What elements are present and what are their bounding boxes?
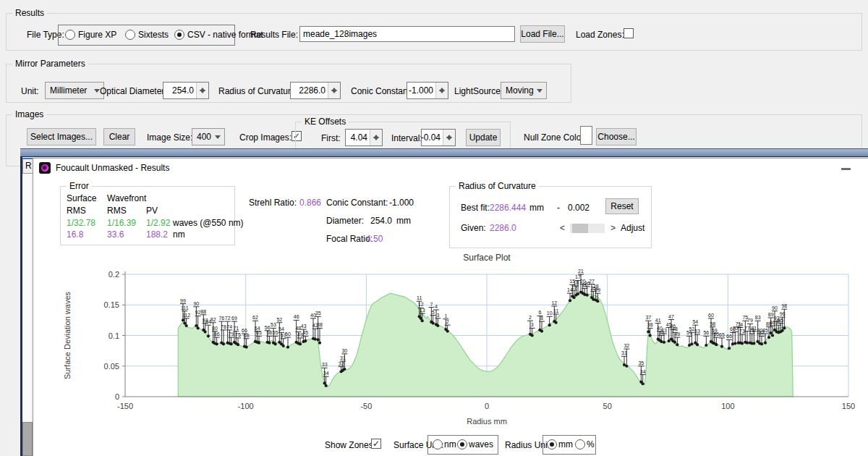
error-group: Error Surface Wavefront RMS RMS PV 1/32.… xyxy=(60,186,235,245)
unit-select[interactable]: Millimeter xyxy=(45,82,104,99)
svg-text:38: 38 xyxy=(647,322,653,327)
conic-constant-spinner[interactable]: -1.000 xyxy=(407,82,448,99)
svg-text:54: 54 xyxy=(692,319,698,324)
svg-text:111: 111 xyxy=(181,305,189,311)
adjust-label: Adjust xyxy=(621,223,644,233)
slider-left-arrow[interactable]: < xyxy=(560,223,565,233)
svg-text:11: 11 xyxy=(553,308,558,313)
wavefront-col-header: Wavefront xyxy=(107,193,146,203)
svg-text:74: 74 xyxy=(737,322,743,327)
slider-right-arrow[interactable]: > xyxy=(610,223,616,233)
update-button[interactable]: Update xyxy=(466,129,501,146)
svg-text:13: 13 xyxy=(420,308,425,313)
radio-radius-percent[interactable] xyxy=(575,439,585,449)
radio-surface-waves[interactable] xyxy=(457,439,467,449)
svg-text:29: 29 xyxy=(595,287,600,292)
first-spinner[interactable]: 4.04 xyxy=(345,129,383,146)
background-window-tab[interactable]: R xyxy=(22,158,33,174)
results-file-label: Results File: xyxy=(250,30,298,40)
radio-surface-waves-label[interactable]: waves xyxy=(469,439,493,449)
radius-of-curvature-spinner[interactable]: 2286.0 xyxy=(290,82,341,99)
waves-unit-label: waves (@550 nm) xyxy=(173,218,244,228)
svg-text:56: 56 xyxy=(265,325,271,330)
svg-text:35: 35 xyxy=(638,360,644,366)
window-title: Foucault Unmasked - Results xyxy=(56,163,169,173)
background-window-left-edge xyxy=(20,156,22,456)
radio-radius-mm[interactable] xyxy=(547,439,557,449)
svg-text:31: 31 xyxy=(340,355,346,360)
surface-unit-radio-group: nm waves xyxy=(427,435,498,455)
foucault-results-window: Foucault Unmasked - Results Error Surfac… xyxy=(33,158,868,456)
svg-text:58: 58 xyxy=(710,321,715,326)
show-zones-checkbox[interactable] xyxy=(371,439,381,449)
results-group: Results File Type: Figure XP Sixtests CS… xyxy=(6,13,862,51)
spinner-buttons[interactable] xyxy=(443,130,455,145)
svg-text:34: 34 xyxy=(640,369,646,374)
radio-figure-xp-label[interactable]: Figure XP xyxy=(78,30,116,40)
svg-text:6: 6 xyxy=(538,310,541,315)
surface-plot-svg: 00.050.10.150.2-150-100-5005010015099111… xyxy=(37,250,861,433)
delta-separator: - xyxy=(557,203,560,213)
svg-text:12: 12 xyxy=(551,300,557,305)
surface-rms-nm: 16.8 xyxy=(67,229,83,240)
light-source-label: LightSource: xyxy=(454,86,503,96)
roc-group-title: Radius of Curvature xyxy=(456,181,539,191)
interval-spinner[interactable]: -0.04 xyxy=(421,129,456,146)
conic-constant-label: Conic Constant: xyxy=(351,86,412,96)
minimize-icon[interactable] xyxy=(841,168,851,170)
best-fit-label: Best fit: xyxy=(461,203,490,213)
radio-radius-percent-label[interactable]: % xyxy=(587,439,595,449)
optical-diameter-spinner[interactable]: 254.0 xyxy=(163,82,209,99)
svg-text:34: 34 xyxy=(323,371,329,376)
strehl-ratio-value: 0.866 xyxy=(299,198,321,208)
wavefront-rms-waves: 1/16.39 xyxy=(107,218,136,228)
svg-text:8: 8 xyxy=(540,316,543,321)
given-label: Given: xyxy=(461,223,486,233)
radio-sixtests-label[interactable]: Sixtests xyxy=(138,30,169,40)
load-file-button[interactable]: Load File... xyxy=(520,25,565,43)
svg-text:1: 1 xyxy=(444,313,447,318)
svg-text:80: 80 xyxy=(212,326,218,331)
background-window-scrollbar-thumb[interactable] xyxy=(22,422,33,456)
pv-waves: 1/2.92 xyxy=(146,218,170,228)
spinner-buttons[interactable] xyxy=(370,130,382,145)
svg-text:90: 90 xyxy=(772,305,778,311)
svg-text:112: 112 xyxy=(182,313,190,318)
svg-text:2: 2 xyxy=(529,315,532,320)
radio-radius-mm-label[interactable]: mm xyxy=(558,439,573,449)
image-size-value: 400 xyxy=(197,132,211,142)
spinner-buttons[interactable] xyxy=(328,83,340,98)
roc-slider-thumb[interactable] xyxy=(572,224,588,233)
reset-button[interactable]: Reset xyxy=(605,198,639,214)
svg-text:7: 7 xyxy=(430,302,433,307)
svg-text:Surface Plot: Surface Plot xyxy=(463,253,511,263)
spinner-buttons[interactable] xyxy=(435,83,448,98)
light-source-select[interactable]: Moving xyxy=(501,82,547,99)
roc-slider-track[interactable] xyxy=(570,224,605,233)
radio-surface-nm-label[interactable]: nm xyxy=(444,439,456,449)
svg-text:58: 58 xyxy=(266,330,272,335)
load-zones-checkbox[interactable] xyxy=(624,28,634,38)
given-value: 2286.0 xyxy=(490,223,516,233)
window-titlebar[interactable]: Foucault Unmasked - Results xyxy=(33,159,868,177)
svg-text:Radius mm: Radius mm xyxy=(467,417,507,426)
clear-button[interactable]: Clear xyxy=(103,128,135,145)
svg-text:12: 12 xyxy=(418,302,424,307)
radio-sixtests[interactable] xyxy=(125,30,135,40)
svg-text:88: 88 xyxy=(200,309,206,314)
svg-text:56: 56 xyxy=(703,330,709,335)
radio-csv-native[interactable] xyxy=(174,30,184,40)
select-images-button[interactable]: Select Images... xyxy=(27,128,96,145)
spinner-buttons[interactable] xyxy=(196,83,208,98)
best-fit-value: 2286.444 xyxy=(490,203,526,213)
svg-text:45: 45 xyxy=(302,330,308,335)
load-zones-label: Load Zones: xyxy=(576,30,624,40)
results-file-input[interactable] xyxy=(299,26,515,42)
image-size-select[interactable]: 400 xyxy=(192,128,225,145)
radio-figure-xp[interactable] xyxy=(65,30,75,40)
radio-surface-nm[interactable] xyxy=(433,439,443,449)
svg-text:65: 65 xyxy=(256,330,262,335)
pv-nm: 188.2 xyxy=(146,229,168,240)
choose-color-button[interactable]: Choose... xyxy=(596,128,637,145)
surface-plot-chart: 00.050.10.150.2-150-100-5005010015099111… xyxy=(37,250,861,433)
